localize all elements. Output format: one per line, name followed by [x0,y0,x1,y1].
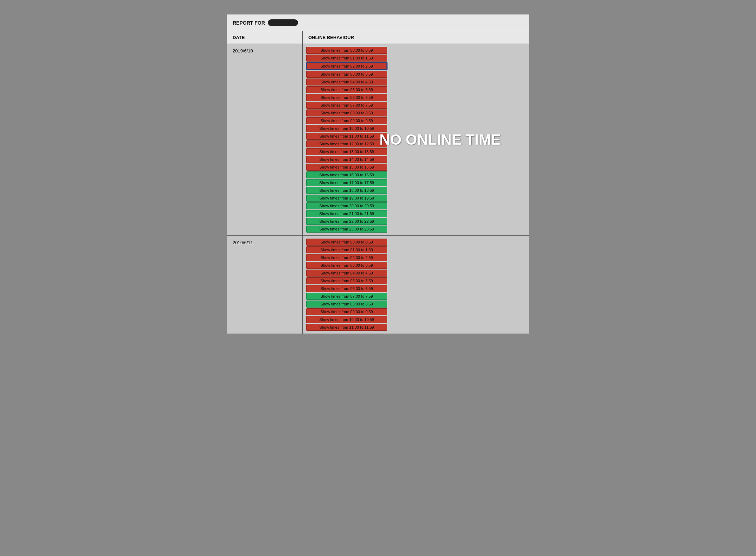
report-user-value: █████ [268,19,298,26]
date-column-header: DATE [227,31,303,44]
time-btn-02[interactable]: Show times from 02:00 to 2:59 [306,62,387,70]
time-btn-06[interactable]: Show times from 06:00 to 6:59 [306,94,387,101]
time-btn-r2-06[interactable]: Show times from 06:00 to 6:59 [306,285,387,292]
time-btn-01[interactable]: Show times from 01:00 to 1:59 [306,55,387,62]
time-btn-04[interactable]: Show times from 04:00 to 4:59 [306,78,387,86]
time-btn-r2-00[interactable]: Show times from 00:00 to 0:59 [306,239,387,246]
no-online-time-label: NO ONLINE TIME [379,131,501,148]
date-cell: 2019/6/11 [227,236,303,334]
time-btn-00[interactable]: Show times from 00:00 to 0:59 [306,47,387,54]
time-btn-r2-03[interactable]: Show times from 03:00 to 3:59 [306,262,387,269]
table-row: 2019/6/10 Show times from 00:00 to 0:59 … [227,44,529,236]
time-btn-r2-09[interactable]: Show times from 09:00 to 9:59 [306,308,387,315]
time-btn-05[interactable]: Show times from 05:00 to 5:59 [306,86,387,93]
time-btn-r2-11[interactable]: Show times from 11:00 to 11:59 [306,324,387,331]
time-btn-15[interactable]: Show times from 15:00 to 15:59 [306,164,387,171]
time-btn-08[interactable]: Show times from 08:00 to 8:59 [306,109,387,116]
time-btn-21[interactable]: Show times from 21:00 to 21:59 [306,210,387,217]
behaviour-cell: Show times from 00:00 to 0:59 Show times… [303,236,529,334]
report-container: REPORT FOR █████ DATE ONLINE BEHAVIOUR 2… [227,14,529,334]
time-btn-10[interactable]: Show times from 10:00 to 10:59 [306,125,387,132]
time-btn-13[interactable]: Show times from 13:00 to 13:59 [306,148,387,155]
time-btn-03[interactable]: Show times from 03:00 to 3:59 [306,71,387,78]
time-btn-22[interactable]: Show times from 22:00 to 22:59 [306,218,387,225]
time-btn-r2-02[interactable]: Show times from 02:00 to 2:59 [306,254,387,261]
table-row: 2019/6/11 Show times from 00:00 to 0:59 … [227,236,529,334]
behaviour-column-header: ONLINE BEHAVIOUR [303,31,529,44]
time-btn-20[interactable]: Show times from 20:00 to 20:59 [306,202,387,209]
time-btn-18[interactable]: Show times from 18:00 to 18:59 [306,187,387,194]
time-btn-r2-05[interactable]: Show times from 05:00 to 5:59 [306,277,387,284]
time-btn-16[interactable]: Show times from 16:00 to 16:59 [306,171,387,178]
behaviour-cell: Show times from 00:00 to 0:59 Show times… [303,44,529,235]
time-btn-07[interactable]: Show times from 07:00 to 7:59 [306,102,387,109]
report-for-label: REPORT FOR [233,20,265,26]
time-btn-12[interactable]: Show times from 12.00 to 12.59 [306,140,387,147]
time-btn-r2-04[interactable]: Show times from 04:00 to 4:59 [306,270,387,277]
report-header: REPORT FOR █████ [227,14,529,31]
time-btn-11[interactable]: Show times from 11:00 to 11:59 [306,133,387,140]
time-btn-09[interactable]: Show times from 09:00 to 9:59 [306,117,387,124]
time-btn-14[interactable]: Show times from 14:00 to 14:59 [306,156,387,163]
table-header: DATE ONLINE BEHAVIOUR [227,31,529,44]
time-btn-r2-10[interactable]: Show times from 10:00 to 10:59 [306,316,387,323]
time-btn-r2-07[interactable]: Show times from 07:00 to 7:59 [306,293,387,300]
date-cell: 2019/6/10 [227,44,303,235]
time-btn-r2-08[interactable]: Show times from 08:00 to 8:59 [306,301,387,308]
time-btn-17[interactable]: Show times from 17:00 to 17:59 [306,179,387,186]
time-btn-23[interactable]: Show times from 23:00 to 23:59 [306,226,387,233]
time-btn-19[interactable]: Show times from 19:00 to 19:59 [306,195,387,202]
time-btn-r2-01[interactable]: Show times from 01:00 to 1:59 [306,246,387,253]
